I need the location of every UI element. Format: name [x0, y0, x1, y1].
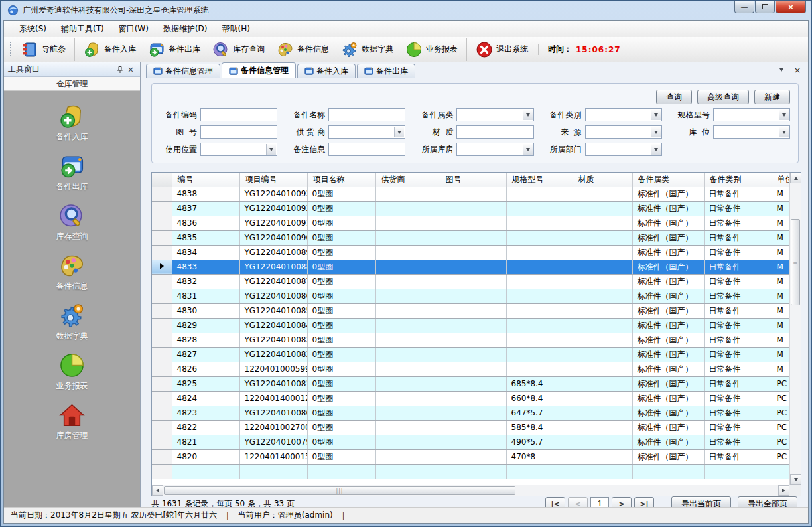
- table-row[interactable]: 4835 YG12204010090 0型圈 标准件（国: [152, 230, 789, 245]
- toolbar-button[interactable]: 业务报表: [399, 38, 464, 61]
- row-selector-cell[interactable]: [152, 464, 172, 479]
- vertical-scrollbar[interactable]: ≡: [789, 173, 801, 485]
- toolbar-grip[interactable]: [9, 41, 13, 58]
- form-action-button[interactable]: 查询: [656, 90, 692, 104]
- row-selector-cell[interactable]: [152, 230, 172, 245]
- chevron-down-icon[interactable]: [266, 144, 276, 155]
- horizontal-scroll-thumb[interactable]: |||: [164, 486, 515, 495]
- field-input[interactable]: [456, 125, 533, 139]
- tab[interactable]: 备件信息管理: [146, 64, 220, 78]
- tab-list-dropdown-icon[interactable]: [776, 64, 787, 75]
- column-header[interactable]: 项目编号: [239, 173, 307, 187]
- chevron-down-icon[interactable]: [523, 110, 533, 120]
- row-selector-cell[interactable]: [152, 201, 172, 216]
- toolbar-button[interactable]: 备件信息: [271, 38, 335, 61]
- chevron-down-icon[interactable]: [394, 127, 404, 137]
- row-selector-cell[interactable]: [152, 362, 172, 376]
- table-row[interactable]: 4830 YG12204010085 0型圈 标准件（国: [152, 303, 789, 318]
- table-row[interactable]: 4826 1220401000599 0型圈 标准件（国: [152, 362, 789, 376]
- table-row[interactable]: 4827 YG12204010082 0型圈 标准件（国: [152, 347, 789, 362]
- toolbar-button[interactable]: 库存查询: [206, 38, 271, 61]
- toolbar-button[interactable]: 退出系统: [466, 38, 534, 61]
- row-selector-cell[interactable]: [152, 376, 172, 391]
- column-header[interactable]: 规格型号: [506, 173, 573, 187]
- toolbar-button[interactable]: 导航条: [15, 38, 72, 61]
- row-selector-cell[interactable]: [152, 435, 172, 449]
- row-selector-cell[interactable]: [152, 274, 172, 289]
- column-header[interactable]: 备件属类: [632, 173, 704, 187]
- column-header[interactable]: 图号: [440, 173, 506, 187]
- field-input[interactable]: [328, 108, 405, 121]
- row-selector-cell[interactable]: [152, 245, 172, 260]
- tab[interactable]: 备件出库: [357, 64, 415, 78]
- row-selector-cell[interactable]: [152, 187, 172, 201]
- form-action-button[interactable]: 高级查询: [697, 90, 749, 104]
- row-selector-cell[interactable]: [152, 347, 172, 362]
- column-header[interactable]: 备件类别: [704, 173, 772, 187]
- scroll-down-icon[interactable]: [790, 474, 801, 485]
- table-row[interactable]: 4825 YG12204010081 0型圈 685*8.4: [152, 376, 789, 391]
- row-selector-cell[interactable]: [152, 406, 172, 420]
- chevron-down-icon[interactable]: [651, 110, 661, 120]
- table-row[interactable]: 4820 1220401400013 0型圈 470*8: [152, 449, 789, 464]
- row-selector-cell[interactable]: [152, 333, 172, 347]
- vertical-scroll-thumb[interactable]: ≡: [791, 219, 800, 305]
- table-row[interactable]: 4836 YG12204010091 0型圈 标准件（国: [152, 216, 789, 230]
- table-row[interactable]: 4821 YG12204010079 0型圈 490*5.7: [152, 435, 789, 449]
- table-row[interactable]: 4832 YG12204010087 0型圈 标准件（国: [152, 274, 789, 289]
- chevron-down-icon[interactable]: [523, 144, 533, 155]
- field-input[interactable]: [713, 125, 790, 139]
- toolbar-button[interactable]: 数据字典: [335, 38, 399, 61]
- menu-item[interactable]: 帮助(H): [215, 21, 257, 37]
- menu-item[interactable]: 数据维护(D): [156, 21, 215, 37]
- row-selector-cell[interactable]: [152, 260, 172, 274]
- row-selector-cell[interactable]: [152, 449, 172, 464]
- field-input[interactable]: [328, 125, 405, 139]
- chevron-down-icon[interactable]: [651, 144, 661, 155]
- minimize-button[interactable]: —: [734, 1, 754, 13]
- field-input[interactable]: [585, 143, 662, 156]
- column-header[interactable]: 供货商: [375, 173, 440, 187]
- field-input[interactable]: [585, 108, 662, 121]
- maximize-button[interactable]: [755, 1, 775, 13]
- table-row[interactable]: 4824 1220401400012 0型圈 660*8.4: [152, 391, 789, 406]
- sidebar-item[interactable]: 备件入库: [56, 103, 88, 143]
- pin-icon[interactable]: [115, 64, 125, 75]
- column-header[interactable]: 编号: [172, 173, 239, 187]
- toolbar-button[interactable]: 备件入库: [74, 38, 142, 61]
- row-selector-cell[interactable]: [152, 318, 172, 333]
- sidebar-item[interactable]: 备件出库: [56, 153, 88, 192]
- sidebar-item[interactable]: 数据字典: [56, 302, 88, 342]
- field-input[interactable]: [200, 143, 277, 156]
- row-selector-cell[interactable]: [152, 216, 172, 230]
- table-row[interactable]: 4838 YG12204010093 0型圈 标准件（国: [152, 187, 789, 201]
- horizontal-scrollbar[interactable]: |||: [152, 485, 789, 496]
- table-row[interactable]: [152, 464, 789, 479]
- menu-item[interactable]: 窗口(W): [111, 21, 156, 37]
- column-header[interactable]: 单位: [772, 173, 789, 187]
- scroll-left-icon[interactable]: [152, 485, 163, 496]
- close-button[interactable]: ×: [776, 1, 806, 13]
- field-input[interactable]: [328, 143, 405, 156]
- scroll-up-icon[interactable]: [790, 173, 801, 183]
- tab-close-icon[interactable]: ×: [792, 64, 803, 75]
- tab[interactable]: 备件入库: [297, 64, 356, 78]
- field-input[interactable]: [456, 143, 533, 156]
- table-row[interactable]: 4823 YG12204010080 0型圈 647*5.7: [152, 406, 789, 420]
- table-row[interactable]: 4829 YG12204010084 0型圈 标准件（国: [152, 318, 789, 333]
- column-header[interactable]: 项目名称: [307, 173, 375, 187]
- row-selector-cell[interactable]: [152, 391, 172, 406]
- row-selector-cell[interactable]: [152, 420, 172, 435]
- chevron-down-icon[interactable]: [779, 110, 789, 120]
- row-selector-cell[interactable]: [152, 289, 172, 303]
- table-row[interactable]: 4834 YG12204010089 0型圈 标准件（国: [152, 245, 789, 260]
- field-input[interactable]: [713, 108, 790, 121]
- tab[interactable]: 备件信息管理: [222, 62, 296, 78]
- sidebar-item[interactable]: 备件信息: [56, 252, 88, 292]
- table-row[interactable]: 4837 YG12204010092 0型圈 标准件（国: [152, 201, 789, 216]
- chevron-down-icon[interactable]: [779, 127, 789, 137]
- field-input[interactable]: [200, 108, 277, 121]
- sidebar-item[interactable]: 业务报表: [56, 352, 88, 392]
- toolbar-button[interactable]: 备件出库: [142, 38, 206, 61]
- form-action-button[interactable]: 新建: [754, 90, 790, 104]
